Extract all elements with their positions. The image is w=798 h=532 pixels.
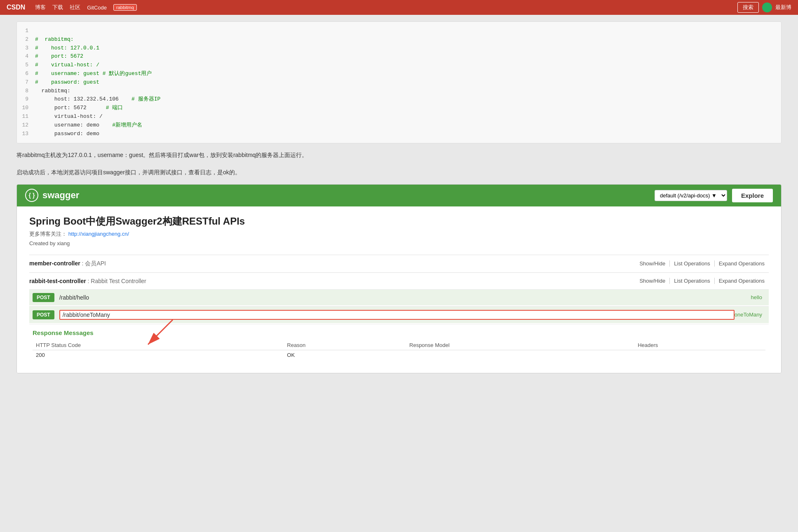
swagger-created-by: Created by xiang bbox=[29, 240, 769, 246]
swagger-body: Spring Boot中使用Swagger2构建RESTful APIs 更多博… bbox=[17, 206, 781, 373]
code-content: # password: guest bbox=[35, 78, 99, 87]
nav-blog[interactable]: 博客 bbox=[35, 4, 46, 11]
col-header-model: Response Model bbox=[406, 340, 634, 350]
controller-description: 会员API bbox=[85, 260, 106, 267]
line-num: 12 bbox=[20, 121, 28, 130]
expand-operations-member[interactable]: Expand Operations bbox=[715, 260, 769, 267]
line-num: 10 bbox=[20, 104, 28, 112]
svg-line-1 bbox=[148, 320, 173, 345]
api-tag-hello: hello bbox=[751, 294, 762, 300]
code-line-5: 5 # virtual-host: / bbox=[20, 61, 778, 70]
line-num: 13 bbox=[20, 130, 28, 138]
code-line-9: 9 host: 132.232.54.106 # 服务器IP bbox=[20, 95, 778, 104]
code-line-13: 13 password: demo bbox=[20, 130, 778, 138]
col-header-reason: Reason bbox=[284, 340, 406, 350]
code-line-2: 2 # rabbitmq: bbox=[20, 35, 778, 44]
code-line-3: 3 # host: 127.0.0.1 bbox=[20, 44, 778, 53]
logo: CSDN bbox=[7, 4, 25, 11]
line-num: 6 bbox=[20, 70, 28, 78]
method-badge-hello: POST bbox=[33, 293, 54, 302]
swagger-title-text: swagger bbox=[42, 190, 79, 201]
red-arrow-svg bbox=[140, 316, 189, 349]
response-reason-ok: OK bbox=[284, 350, 406, 360]
code-line-7: 7 # password: guest bbox=[20, 78, 778, 87]
controller-description-rabbit: Rabbit Test Controller bbox=[91, 278, 146, 284]
line-num: 4 bbox=[20, 52, 28, 61]
line-num: 5 bbox=[20, 61, 28, 70]
code-block: 1 2 # rabbitmq: 3 # host: 127.0.0.1 4 # … bbox=[16, 21, 782, 143]
code-content: rabbitmq: bbox=[35, 87, 70, 96]
col-header-headers: Headers bbox=[634, 340, 765, 350]
swagger-header: { } swagger default (/v2/api-docs) ▼ Exp… bbox=[17, 185, 781, 206]
search-button[interactable]: 搜索 bbox=[737, 2, 759, 13]
swagger-logo: { } swagger bbox=[25, 189, 79, 202]
nav-right-text: 最新博 bbox=[775, 4, 791, 11]
line-num: 8 bbox=[20, 87, 28, 96]
top-nav: CSDN 博客 下载 社区 GitCode rabbitmq 搜索 最新博 bbox=[0, 0, 798, 15]
code-content: host: 132.232.54.106 # 服务器IP bbox=[35, 95, 160, 104]
avatar-area: 最新博 bbox=[762, 2, 791, 12]
controller-name-rabbit-strong: rabbit-test-controller bbox=[29, 278, 86, 284]
swagger-container: { } swagger default (/v2/api-docs) ▼ Exp… bbox=[16, 184, 782, 373]
code-content: username: demo #新增用户名 bbox=[35, 121, 142, 130]
line-num: 2 bbox=[20, 35, 28, 44]
expand-operations-rabbit[interactable]: Expand Operations bbox=[715, 278, 769, 284]
code-content: password: demo bbox=[35, 130, 99, 138]
swagger-icon-symbol: { } bbox=[29, 192, 35, 199]
controller-actions-member: Show/Hide List Operations Expand Operati… bbox=[635, 260, 769, 267]
controller-row-rabbit: rabbit-test-controller : Rabbit Test Con… bbox=[29, 272, 769, 289]
code-line-11: 11 virtual-host: / bbox=[20, 112, 778, 121]
nav-gitcode[interactable]: GitCode bbox=[87, 5, 107, 11]
code-line-10: 10 port: 5672 # 端口 bbox=[20, 104, 778, 112]
show-hide-rabbit[interactable]: Show/Hide bbox=[635, 278, 670, 284]
controller-name-strong: member-controller bbox=[29, 260, 80, 267]
swagger-link[interactable]: http://xiangjiangcheng.cn/ bbox=[68, 231, 129, 237]
show-hide-member[interactable]: Show/Hide bbox=[635, 260, 670, 267]
search-area: 搜索 最新博 bbox=[737, 2, 791, 13]
code-content: # virtual-host: / bbox=[35, 61, 99, 70]
code-content: virtual-host: / bbox=[35, 112, 103, 121]
line-num: 11 bbox=[20, 112, 28, 121]
swagger-link-label: 更多博客关注： bbox=[29, 231, 67, 237]
paragraph-2: 启动成功后，本地浏览器访问项目swagger接口，并调用测试接口，查看日志，是o… bbox=[16, 167, 782, 178]
avatar-icon bbox=[762, 2, 772, 12]
code-line-4: 4 # port: 5672 bbox=[20, 52, 778, 61]
line-num: 3 bbox=[20, 44, 28, 53]
response-row-200: 200 OK bbox=[33, 350, 765, 360]
nav-community[interactable]: 社区 bbox=[70, 4, 80, 11]
api-tag-onetomany: oneToMany bbox=[735, 312, 762, 318]
nav-download[interactable]: 下载 bbox=[52, 4, 63, 11]
line-num: 7 bbox=[20, 78, 28, 87]
controller-name-member: member-controller : 会员API bbox=[29, 260, 635, 267]
code-line-12: 12 username: demo #新增用户名 bbox=[20, 121, 778, 130]
main-content: 1 2 # rabbitmq: 3 # host: 127.0.0.1 4 # … bbox=[0, 15, 798, 380]
code-content: port: 5672 # 端口 bbox=[35, 104, 123, 112]
swagger-api-title: Spring Boot中使用Swagger2构建RESTful APIs bbox=[29, 215, 769, 228]
swagger-header-right: default (/v2/api-docs) ▼ Explore bbox=[655, 189, 773, 202]
response-section: Response Messages bbox=[29, 324, 769, 365]
line-num: 1 bbox=[20, 27, 28, 35]
response-status-200: 200 bbox=[33, 350, 284, 360]
code-line-1: 1 bbox=[20, 27, 778, 35]
swagger-link-row: 更多博客关注： http://xiangjiangcheng.cn/ bbox=[29, 230, 769, 238]
list-operations-rabbit[interactable]: List Operations bbox=[670, 278, 714, 284]
code-line-6: 6 # username: guest # 默认的guest用户 bbox=[20, 70, 778, 78]
api-row-hello: POST /rabbit/hello hello bbox=[29, 289, 769, 305]
explore-button[interactable]: Explore bbox=[732, 189, 773, 202]
response-model bbox=[406, 350, 634, 360]
list-operations-member[interactable]: List Operations bbox=[670, 260, 714, 267]
swagger-icon: { } bbox=[25, 189, 38, 202]
code-content: # port: 5672 bbox=[35, 52, 83, 61]
search-tag: rabbitmq bbox=[113, 4, 137, 11]
api-docs-select[interactable]: default (/v2/api-docs) ▼ bbox=[655, 190, 727, 201]
line-num: 9 bbox=[20, 95, 28, 104]
response-headers bbox=[634, 350, 765, 360]
code-content: # rabbitmq: bbox=[35, 35, 74, 44]
code-content: # host: 127.0.0.1 bbox=[35, 44, 99, 53]
method-badge-onetomany: POST bbox=[33, 310, 54, 319]
code-line-8: 8 rabbitmq: bbox=[20, 87, 778, 96]
controller-row-member: member-controller : 会员API Show/Hide List… bbox=[29, 255, 769, 272]
controller-name-rabbit: rabbit-test-controller : Rabbit Test Con… bbox=[29, 278, 635, 284]
paragraph-1: 将rabbitmq主机改为127.0.0.1，username：guest。然后… bbox=[16, 150, 782, 160]
code-content: # username: guest # 默认的guest用户 bbox=[35, 70, 152, 78]
